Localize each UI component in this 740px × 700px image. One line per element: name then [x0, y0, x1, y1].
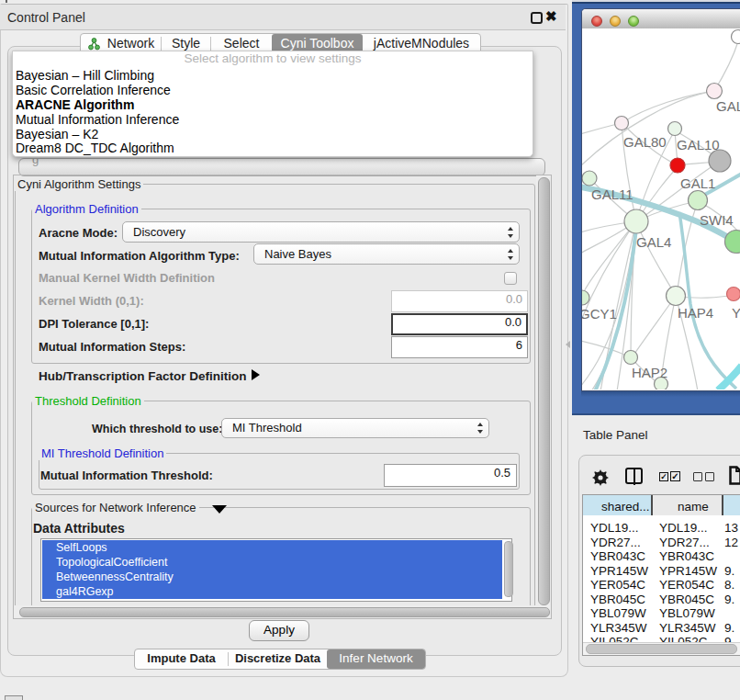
svg-text:GAL7: GAL7: [716, 98, 740, 114]
svg-text:GAL10: GAL10: [677, 137, 720, 152]
svg-text:SWI4: SWI4: [700, 212, 734, 228]
svg-text:GAL80: GAL80: [623, 134, 667, 150]
svg-text:GAL1: GAL1: [680, 175, 715, 191]
svg-text:GAL11: GAL11: [591, 186, 633, 202]
svg-text:GCY1: GCY1: [582, 306, 617, 322]
svg-text:HAP4: HAP4: [678, 305, 713, 321]
svg-text:HAP2: HAP2: [632, 365, 667, 380]
svg-text:GAL4: GAL4: [636, 234, 671, 250]
svg-text:Y: Y: [732, 305, 740, 321]
